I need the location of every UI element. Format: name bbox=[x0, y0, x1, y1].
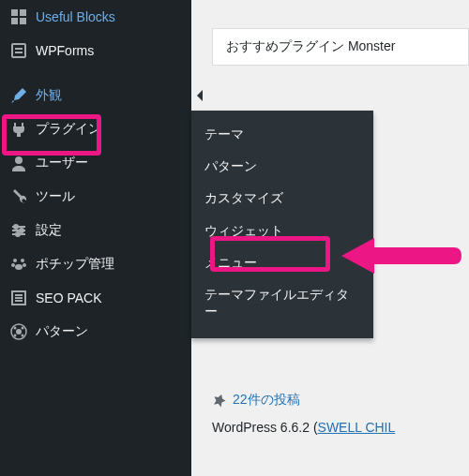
sidebar-item-useful-blocks[interactable]: Useful Blocks bbox=[0, 0, 191, 34]
sidebar-item-label: ポチップ管理 bbox=[36, 256, 114, 273]
svg-rect-4 bbox=[12, 44, 25, 57]
appearance-submenu: テーマ パターン カスタマイズ ウィジェット メニュー テーマファイルエディター bbox=[191, 111, 373, 338]
sidebar-item-seopack[interactable]: SEO PACK bbox=[0, 281, 191, 315]
svg-point-24 bbox=[16, 329, 22, 335]
submenu-item-patterns[interactable]: パターン bbox=[191, 150, 373, 182]
pattern-icon bbox=[9, 322, 28, 341]
svg-point-17 bbox=[23, 263, 26, 267]
post-count-text: 22件の投稿 bbox=[233, 392, 300, 409]
svg-point-7 bbox=[15, 156, 23, 164]
sidebar-item-label: SEO PACK bbox=[36, 290, 102, 305]
admin-sidebar: Useful Blocks WPForms 外観 プラグイン ユーザー bbox=[0, 0, 191, 476]
wp-version-prefix: WordPress 6.6.2 ( bbox=[212, 420, 318, 435]
svg-point-25 bbox=[14, 327, 17, 330]
grid-icon bbox=[9, 7, 28, 26]
sidebar-item-label: ツール bbox=[36, 188, 75, 205]
brush-icon bbox=[9, 86, 28, 105]
wordpress-version-line: WordPress 6.6.2 (SWELL CHIL bbox=[212, 420, 469, 435]
sidebar-item-patterns[interactable]: パターン bbox=[0, 315, 191, 349]
svg-point-18 bbox=[15, 264, 23, 270]
theme-link[interactable]: SWELL CHIL bbox=[318, 420, 396, 435]
sidebar-item-appearance[interactable]: 外観 bbox=[0, 79, 191, 112]
pin-icon bbox=[212, 393, 227, 408]
annotation-arrow-icon bbox=[332, 232, 463, 279]
paw-icon bbox=[9, 255, 28, 274]
sidebar-item-label: 外観 bbox=[36, 87, 62, 104]
recommend-banner: おすすめプラグイン Monster bbox=[212, 28, 469, 66]
form-icon bbox=[9, 41, 28, 60]
wrench-icon bbox=[9, 187, 28, 206]
submenu-item-themes[interactable]: テーマ bbox=[191, 118, 373, 150]
svg-point-12 bbox=[20, 229, 23, 232]
svg-point-26 bbox=[22, 327, 24, 330]
sidebar-item-label: 設定 bbox=[36, 222, 62, 239]
submenu-item-theme-editor[interactable]: テーマファイルエディター bbox=[191, 278, 373, 327]
svg-point-13 bbox=[16, 232, 20, 236]
svg-rect-2 bbox=[11, 18, 18, 24]
svg-rect-1 bbox=[20, 9, 26, 16]
sidebar-item-plugins[interactable]: プラグイン bbox=[0, 112, 191, 146]
svg-point-11 bbox=[14, 225, 18, 229]
svg-point-27 bbox=[14, 335, 17, 337]
sidebar-item-label: Useful Blocks bbox=[36, 9, 115, 24]
svg-rect-0 bbox=[11, 9, 18, 16]
svg-point-14 bbox=[13, 259, 17, 262]
svg-point-16 bbox=[11, 263, 15, 267]
sidebar-item-users[interactable]: ユーザー bbox=[0, 146, 191, 180]
svg-point-15 bbox=[21, 259, 24, 262]
sidebar-item-pochipp[interactable]: ポチップ管理 bbox=[0, 247, 191, 281]
sidebar-item-tools[interactable]: ツール bbox=[0, 180, 191, 214]
sidebar-item-label: パターン bbox=[36, 323, 88, 340]
plug-icon bbox=[9, 120, 28, 139]
sidebar-item-label: ユーザー bbox=[36, 155, 88, 171]
submenu-item-customize[interactable]: カスタマイズ bbox=[191, 182, 373, 214]
banner-text: おすすめプラグイン Monster bbox=[226, 38, 395, 53]
list-icon bbox=[9, 289, 28, 307]
sidebar-item-settings[interactable]: 設定 bbox=[0, 214, 191, 247]
sliders-icon bbox=[9, 221, 28, 240]
svg-point-28 bbox=[22, 335, 24, 337]
sidebar-item-label: プラグイン bbox=[36, 121, 101, 138]
post-count-link[interactable]: 22件の投稿 bbox=[212, 392, 469, 409]
user-icon bbox=[9, 154, 28, 172]
sidebar-item-label: WPForms bbox=[36, 43, 94, 58]
svg-rect-3 bbox=[20, 18, 26, 24]
sidebar-item-wpforms[interactable]: WPForms bbox=[0, 34, 191, 67]
